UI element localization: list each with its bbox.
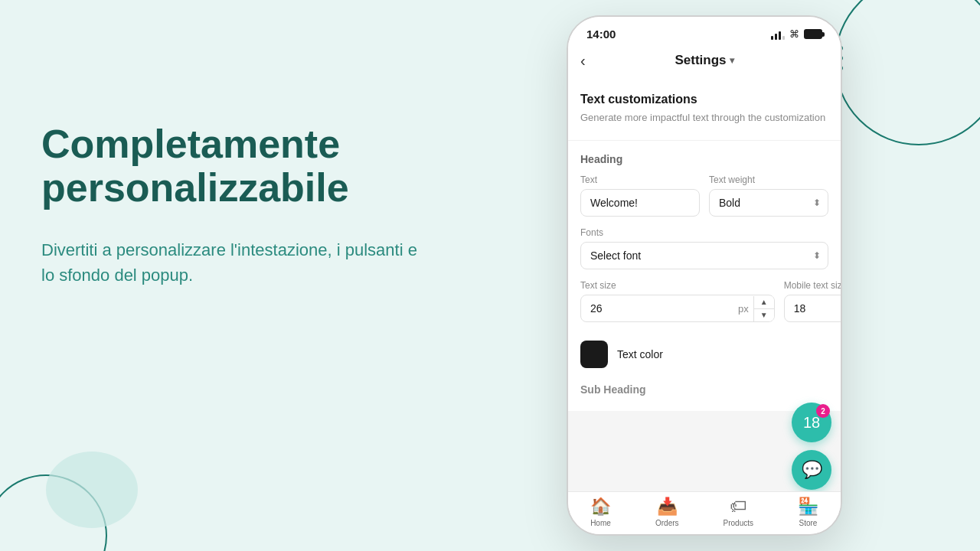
nav-item-products[interactable]: 🏷 Products (724, 497, 753, 527)
text-color-label: Text color (617, 348, 663, 360)
content-inner: Text customizations Generate more impact… (568, 77, 841, 411)
left-section: Completamente personalizzabile Divertiti… (41, 122, 424, 288)
text-weight-row: Text Text weight Bold (580, 174, 828, 217)
text-weight-select-wrapper: Bold (709, 189, 828, 217)
size-unit: px (733, 303, 753, 315)
sub-text: Divertiti a personalizzare l'intestazion… (41, 237, 424, 288)
phone-container: 14:00 ⌘ ‹ Settings ▾ Tex (567, 15, 842, 536)
text-size-label: Text size (580, 280, 775, 291)
font-select[interactable]: Select font (580, 242, 828, 269)
battery-icon (804, 29, 822, 39)
signal-icon (771, 29, 785, 40)
text-input[interactable] (580, 189, 700, 217)
bottom-nav: 🏠 Home 📥 Orders 🏷 Products 🏪 Store (568, 491, 841, 534)
fab-notification-number: 18 (803, 414, 820, 432)
bg-blob-left (46, 452, 138, 528)
section-title: Text customizations (580, 93, 828, 106)
header-title: Settings ▾ (675, 53, 733, 68)
mobile-text-size-group: Mobile text size (784, 280, 841, 322)
status-time: 14:00 (586, 28, 616, 41)
text-size-input[interactable] (581, 295, 733, 321)
text-weight-select[interactable]: Bold (709, 189, 828, 217)
home-icon: 🏠 (590, 497, 611, 517)
size-decrement-button[interactable]: ▼ (754, 309, 774, 321)
nav-products-label: Products (724, 519, 753, 527)
size-row: Text size px ▲ ▼ Mobile tex (580, 280, 828, 322)
size-stepper: ▲ ▼ (753, 296, 774, 321)
nav-orders-label: Orders (655, 519, 679, 527)
sub-heading-label: Sub Heading (580, 376, 828, 396)
fonts-label: Fonts (580, 227, 828, 238)
nav-home-label: Home (590, 519, 611, 527)
text-field-group: Text (580, 174, 700, 217)
text-size-field: px ▲ ▼ (580, 295, 775, 322)
app-header: ‹ Settings ▾ (568, 47, 841, 77)
color-row: Text color (580, 333, 828, 376)
text-weight-label: Text weight (709, 174, 828, 185)
form-section: Heading Text Text weight Bold (580, 141, 828, 396)
nav-item-orders[interactable]: 📥 Orders (655, 497, 679, 527)
status-bar: 14:00 ⌘ (568, 17, 841, 47)
fab-chat-button[interactable]: 💬 (792, 450, 831, 490)
color-swatch[interactable] (580, 341, 608, 368)
products-icon: 🏷 (730, 497, 746, 517)
bg-circle-top-right (835, 0, 980, 145)
text-size-group: Text size px ▲ ▼ (580, 280, 775, 322)
size-increment-button[interactable]: ▲ (754, 296, 774, 309)
section-desc: Generate more impactful text through the… (580, 111, 828, 125)
back-button[interactable]: ‹ (580, 52, 586, 70)
nav-item-store[interactable]: 🏪 Store (798, 497, 818, 527)
fab-notification-button[interactable]: 18 2 (792, 403, 831, 442)
font-select-wrapper: Select font (580, 242, 828, 269)
status-icons: ⌘ (771, 28, 822, 40)
chat-icon: 💬 (802, 460, 822, 480)
fonts-section: Fonts Select font (580, 227, 828, 269)
heading-label: Heading (580, 153, 828, 165)
header-dropdown-arrow: ▾ (730, 55, 734, 66)
mobile-text-size-input[interactable] (784, 295, 841, 322)
main-title: Completamente personalizzabile (41, 122, 424, 210)
nav-store-label: Store (799, 519, 818, 527)
fab-badge: 2 (816, 404, 830, 418)
mobile-text-size-label: Mobile text size (784, 280, 841, 291)
text-label: Text (580, 174, 700, 185)
text-weight-field-group: Text weight Bold (709, 174, 828, 217)
wifi-icon: ⌘ (789, 28, 799, 40)
nav-item-home[interactable]: 🏠 Home (590, 497, 611, 527)
orders-icon: 📥 (657, 497, 678, 517)
phone-frame: 14:00 ⌘ ‹ Settings ▾ Tex (567, 15, 842, 536)
store-icon: 🏪 (798, 497, 818, 517)
